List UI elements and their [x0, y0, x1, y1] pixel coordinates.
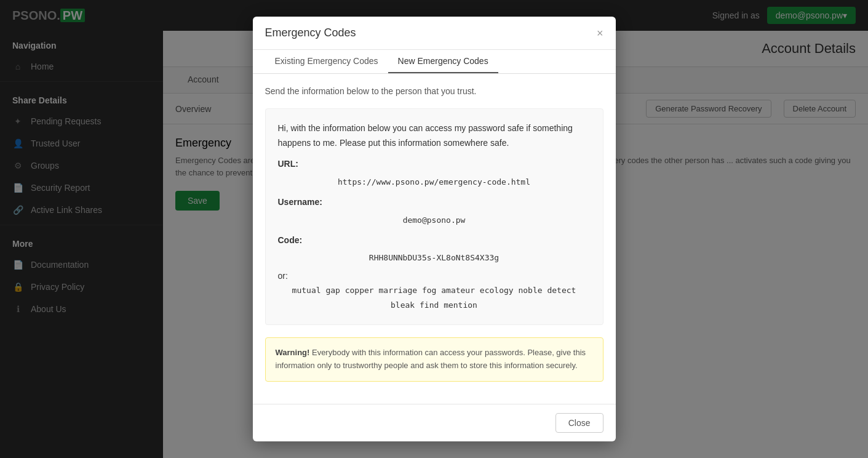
modal-close-button[interactable]: ×	[597, 28, 603, 39]
modal-overlay[interactable]: Emergency Codes × Existing Emergency Cod…	[0, 0, 868, 458]
url-label: URL:	[278, 157, 591, 172]
warning-box: Warning! Everybody with this information…	[265, 337, 603, 382]
code-label: Code:	[278, 233, 591, 248]
username-value: demo@psono.pw	[278, 214, 591, 227]
warning-bold: Warning!	[276, 348, 310, 357]
modal-tabs: Existing Emergency Codes New Emergency C…	[253, 50, 616, 74]
modal-header: Emergency Codes ×	[253, 17, 616, 50]
passphrase-value: mutual gap copper marriage fog amateur e…	[278, 283, 591, 312]
modal-intro: Send the information below to the person…	[265, 86, 603, 96]
modal-body: Send the information below to the person…	[253, 74, 616, 403]
warning-text: Everybody with this information can acce…	[276, 348, 586, 370]
tab-existing-emergency-codes[interactable]: Existing Emergency Codes	[265, 50, 388, 73]
url-value: https://www.psono.pw/emergency-code.html	[278, 175, 591, 189]
or-label: or:	[278, 269, 591, 284]
modal: Emergency Codes × Existing Emergency Cod…	[253, 17, 616, 441]
close-button[interactable]: Close	[555, 413, 603, 433]
modal-title: Emergency Codes	[265, 26, 356, 39]
code-value: RHH8UNNbDU35s-XL8oNt8S4X33g	[278, 251, 591, 265]
email-intro: Hi, with the information below you can a…	[278, 121, 591, 151]
tab-new-emergency-codes[interactable]: New Emergency Codes	[388, 50, 498, 73]
modal-footer: Close	[253, 404, 616, 441]
username-label: Username:	[278, 195, 591, 210]
modal-email-block: Hi, with the information below you can a…	[265, 108, 603, 325]
